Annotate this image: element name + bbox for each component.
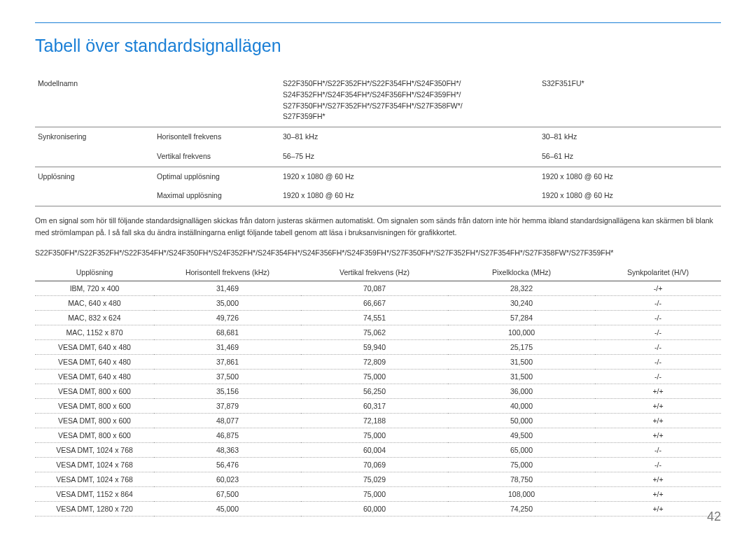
table-cell: 72,188 bbox=[301, 413, 448, 428]
table-cell: 36,000 bbox=[448, 384, 595, 398]
table-cell: 50,000 bbox=[448, 413, 595, 428]
models-line: S22F350FH*/S22F352FH*/S22F354FH*/S24F350… bbox=[35, 248, 721, 257]
opt-label: Optimal upplösning bbox=[154, 167, 280, 186]
table-cell: VESA DMT, 640 x 480 bbox=[35, 339, 154, 354]
table-cell: 46,875 bbox=[154, 428, 301, 442]
table-cell: VESA DMT, 800 x 600 bbox=[35, 384, 154, 398]
table-cell: +/+ bbox=[595, 501, 721, 516]
table-cell: -/- bbox=[595, 339, 721, 354]
table-row: VESA DMT, 640 x 48037,86172,80931,500-/- bbox=[35, 354, 721, 369]
table-row: MAC, 832 x 62449,72674,55157,284-/- bbox=[35, 310, 721, 325]
table-row: VESA DMT, 640 x 48037,50075,00031,500-/- bbox=[35, 369, 721, 384]
table-cell: 74,250 bbox=[448, 501, 595, 516]
table-cell: 66,667 bbox=[301, 295, 448, 310]
hfreq-b: 30–81 kHz bbox=[539, 127, 721, 147]
table-cell: MAC, 1152 x 870 bbox=[35, 325, 154, 339]
table-cell: 40,000 bbox=[448, 398, 595, 413]
table-cell: VESA DMT, 1024 x 768 bbox=[35, 472, 154, 486]
table-row: VESA DMT, 1024 x 76860,02375,02978,750+/… bbox=[35, 472, 721, 486]
table-cell: -/- bbox=[595, 442, 721, 457]
table-cell: 75,000 bbox=[448, 457, 595, 472]
vfreq-label: Vertikal frekvens bbox=[154, 147, 280, 167]
table-cell: 48,077 bbox=[154, 413, 301, 428]
table-cell: 75,000 bbox=[301, 428, 448, 442]
table-cell: 75,029 bbox=[301, 472, 448, 486]
table-cell: 60,004 bbox=[301, 442, 448, 457]
table-cell: 31,500 bbox=[448, 354, 595, 369]
table-cell: 70,069 bbox=[301, 457, 448, 472]
col-header-hfreq: Horisontell frekvens (kHz) bbox=[154, 264, 301, 281]
table-cell: 31,469 bbox=[154, 339, 301, 354]
table-cell: VESA DMT, 1280 x 720 bbox=[35, 501, 154, 516]
col-header-syncpol: Synkpolaritet (H/V) bbox=[595, 264, 721, 281]
top-rule bbox=[35, 22, 721, 23]
table-cell: 56,250 bbox=[301, 384, 448, 398]
table-row: VESA DMT, 1152 x 86467,50075,000108,000+… bbox=[35, 486, 721, 501]
table-cell: 74,551 bbox=[301, 310, 448, 325]
model-label: Modellnamn bbox=[35, 74, 154, 127]
table-cell: MAC, 832 x 624 bbox=[35, 310, 154, 325]
table-cell: -/+ bbox=[595, 281, 721, 295]
table-cell: IBM, 720 x 400 bbox=[35, 281, 154, 295]
table-cell: 65,000 bbox=[448, 442, 595, 457]
table-cell: 31,500 bbox=[448, 369, 595, 384]
table-row: VESA DMT, 1024 x 76856,47670,06975,000-/… bbox=[35, 457, 721, 472]
table-cell: 75,000 bbox=[301, 486, 448, 501]
vfreq-b: 56–61 Hz bbox=[539, 147, 721, 167]
table-cell: 57,284 bbox=[448, 310, 595, 325]
table-cell: +/+ bbox=[595, 413, 721, 428]
res-label: Upplösning bbox=[35, 167, 154, 186]
table-cell: 60,023 bbox=[154, 472, 301, 486]
table-cell: VESA DMT, 800 x 600 bbox=[35, 428, 154, 442]
table-cell: VESA DMT, 1152 x 864 bbox=[35, 486, 154, 501]
table-cell: 37,861 bbox=[154, 354, 301, 369]
table-cell: 108,000 bbox=[448, 486, 595, 501]
table-cell: 48,363 bbox=[154, 442, 301, 457]
table-cell: +/+ bbox=[595, 486, 721, 501]
table-cell: 60,000 bbox=[301, 501, 448, 516]
table-cell: VESA DMT, 1024 x 768 bbox=[35, 457, 154, 472]
table-cell: 72,809 bbox=[301, 354, 448, 369]
table-row: VESA DMT, 800 x 60037,87960,31740,000+/+ bbox=[35, 398, 721, 413]
table-cell: 31,469 bbox=[154, 281, 301, 295]
table-cell: 56,476 bbox=[154, 457, 301, 472]
table-cell: 30,240 bbox=[448, 295, 595, 310]
table-row: VESA DMT, 640 x 48031,46959,94025,175-/- bbox=[35, 339, 721, 354]
col-header-vfreq: Vertikal frekvens (Hz) bbox=[301, 264, 448, 281]
table-cell: 68,681 bbox=[154, 325, 301, 339]
signal-table: Upplösning Horisontell frekvens (kHz) Ve… bbox=[35, 264, 721, 517]
table-cell: +/+ bbox=[595, 428, 721, 442]
table-cell: MAC, 640 x 480 bbox=[35, 295, 154, 310]
table-cell: 70,087 bbox=[301, 281, 448, 295]
table-cell: 49,726 bbox=[154, 310, 301, 325]
table-row: VESA DMT, 1280 x 72045,00060,00074,250+/… bbox=[35, 501, 721, 516]
table-cell: VESA DMT, 800 x 600 bbox=[35, 398, 154, 413]
table-cell: -/- bbox=[595, 354, 721, 369]
table-row: VESA DMT, 800 x 60035,15656,25036,000+/+ bbox=[35, 384, 721, 398]
table-cell: VESA DMT, 640 x 480 bbox=[35, 354, 154, 369]
table-cell: -/- bbox=[595, 369, 721, 384]
table-cell: +/+ bbox=[595, 384, 721, 398]
table-cell: 59,940 bbox=[301, 339, 448, 354]
spec-table: Modellnamn S22F350FH*/S22F352FH*/S22F354… bbox=[35, 74, 721, 206]
page-title: Tabell över standardsignallägen bbox=[35, 36, 721, 56]
table-cell: 75,062 bbox=[301, 325, 448, 339]
table-cell: 78,750 bbox=[448, 472, 595, 486]
table-row: VESA DMT, 800 x 60046,87575,00049,500+/+ bbox=[35, 428, 721, 442]
table-cell: -/- bbox=[595, 295, 721, 310]
col-header-resolution: Upplösning bbox=[35, 264, 154, 281]
table-row: IBM, 720 x 40031,46970,08728,322-/+ bbox=[35, 281, 721, 295]
max-label: Maximal upplösning bbox=[154, 186, 280, 206]
table-cell: +/+ bbox=[595, 398, 721, 413]
table-cell: -/- bbox=[595, 310, 721, 325]
table-row: MAC, 640 x 48035,00066,66730,240-/- bbox=[35, 295, 721, 310]
table-cell: 49,500 bbox=[448, 428, 595, 442]
model-b: S32F351FU* bbox=[539, 74, 721, 127]
table-cell: 45,000 bbox=[154, 501, 301, 516]
table-cell: 60,317 bbox=[301, 398, 448, 413]
table-cell: 75,000 bbox=[301, 369, 448, 384]
table-row: VESA DMT, 800 x 60048,07772,18850,000+/+ bbox=[35, 413, 721, 428]
table-cell: 37,879 bbox=[154, 398, 301, 413]
table-cell: VESA DMT, 800 x 600 bbox=[35, 413, 154, 428]
table-cell: VESA DMT, 1024 x 768 bbox=[35, 442, 154, 457]
